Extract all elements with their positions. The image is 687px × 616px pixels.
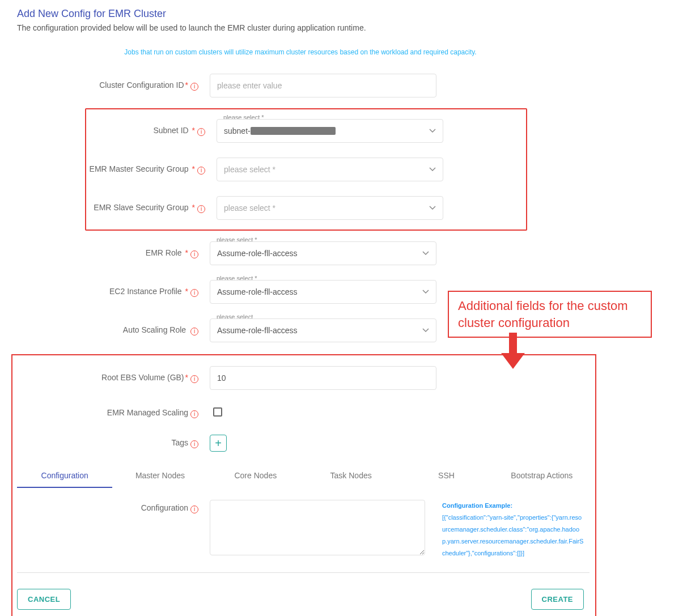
configuration-example: Configuration Example: [{"classification… bbox=[442, 500, 584, 559]
required-marker: * bbox=[192, 164, 195, 173]
chevron-down-icon bbox=[429, 167, 436, 172]
form-buttons: CANCEL CREATE bbox=[17, 589, 584, 610]
tab-configuration[interactable]: Configuration bbox=[17, 464, 112, 488]
label-emr-master-sg: EMR Master Security Group *i bbox=[24, 164, 217, 175]
info-icon[interactable]: i bbox=[190, 375, 198, 383]
chevron-down-icon bbox=[422, 251, 429, 256]
row-emr-role: EMR Role *i please select * Assume-role-… bbox=[17, 234, 670, 273]
label-emr-slave-sg: EMR Slave Security Group *i bbox=[24, 203, 217, 213]
tab-master-nodes[interactable]: Master Nodes bbox=[112, 464, 207, 488]
required-marker: * bbox=[185, 373, 188, 382]
label-auto-scaling-role: Auto Scaling Role i bbox=[17, 325, 210, 335]
chevron-down-icon bbox=[422, 290, 429, 294]
required-marker: * bbox=[192, 203, 195, 212]
info-icon[interactable]: i bbox=[190, 440, 198, 448]
info-icon[interactable]: i bbox=[190, 83, 198, 91]
required-marker: * bbox=[185, 248, 188, 257]
chevron-down-icon bbox=[422, 328, 429, 333]
tab-task-nodes[interactable]: Task Nodes bbox=[303, 464, 398, 488]
redacted-value bbox=[251, 127, 336, 135]
label-configuration: Configurationi bbox=[17, 500, 210, 513]
row-root-ebs: Root EBS Volume (GB)*i bbox=[17, 359, 591, 397]
row-emr-master-sg: EMR Master Security Group *i please sele… bbox=[24, 150, 526, 189]
row-emr-slave-sg: EMR Slave Security Group *i please selec… bbox=[24, 189, 526, 227]
configuration-textarea[interactable] bbox=[210, 500, 425, 555]
page-title: Add New Config for EMR Cluster bbox=[17, 8, 670, 20]
info-icon[interactable]: i bbox=[197, 167, 205, 175]
label-emr-managed-scaling: EMR Managed Scalingi bbox=[17, 408, 210, 418]
annotation-callout: Additional fields for the custom cluster… bbox=[448, 291, 652, 338]
config-tabs: Configuration Master Nodes Core Nodes Ta… bbox=[17, 464, 590, 488]
subnet-id-select[interactable]: subnet- bbox=[217, 119, 443, 143]
cancel-button[interactable]: CANCEL bbox=[17, 589, 71, 610]
add-tag-button[interactable]: + bbox=[210, 435, 227, 452]
create-button[interactable]: CREATE bbox=[531, 589, 584, 610]
info-icon[interactable]: i bbox=[190, 410, 198, 418]
chevron-down-icon bbox=[429, 129, 436, 133]
label-subnet-id: Subnet ID *i bbox=[24, 126, 217, 136]
label-cluster-config-id: Cluster Configuration ID*i bbox=[17, 80, 210, 91]
required-marker: * bbox=[185, 80, 188, 90]
highlight-network-group: Subnet ID *i please select * subnet- EMR… bbox=[85, 108, 527, 231]
row-subnet-id: Subnet ID *i please select * subnet- bbox=[24, 112, 526, 150]
emr-master-sg-select[interactable]: please select * bbox=[217, 158, 443, 181]
page-subtitle: The configuration provided below will be… bbox=[17, 23, 670, 32]
emr-role-select[interactable]: Assume-role-fll-access bbox=[210, 241, 436, 265]
label-root-ebs: Root EBS Volume (GB)*i bbox=[17, 373, 210, 383]
highlight-additional-fields: Root EBS Volume (GB)*i EMR Managed Scali… bbox=[11, 354, 596, 616]
info-icon[interactable]: i bbox=[197, 205, 205, 213]
example-body: [{"classification":"yarn-site","properti… bbox=[442, 512, 584, 559]
auto-scaling-role-select[interactable]: Assume-role-fll-access bbox=[210, 318, 436, 342]
info-icon[interactable]: i bbox=[190, 328, 198, 335]
svg-rect-0 bbox=[509, 333, 517, 353]
info-icon[interactable]: i bbox=[190, 289, 198, 297]
info-icon[interactable]: i bbox=[197, 128, 205, 136]
subnet-value-prefix: subnet- bbox=[224, 126, 251, 135]
info-icon[interactable]: i bbox=[190, 250, 198, 258]
chevron-down-icon bbox=[429, 206, 436, 210]
emr-slave-sg-select[interactable]: please select * bbox=[217, 196, 443, 220]
ec2-profile-select[interactable]: Assume-role-fll-access bbox=[210, 280, 436, 304]
row-configuration: Configurationi Configuration Example: [{… bbox=[17, 488, 590, 573]
tab-core-nodes[interactable]: Core Nodes bbox=[208, 464, 303, 488]
required-marker: * bbox=[185, 287, 188, 296]
required-marker: * bbox=[192, 126, 195, 135]
tab-ssh[interactable]: SSH bbox=[398, 464, 494, 488]
cluster-config-id-input[interactable] bbox=[210, 74, 436, 97]
example-header: Configuration Example: bbox=[442, 500, 584, 512]
row-emr-managed-scaling: EMR Managed Scalingi bbox=[17, 397, 591, 429]
label-ec2-profile: EC2 Instance Profile *i bbox=[17, 287, 210, 297]
row-cluster-config-id: Cluster Configuration ID*i bbox=[17, 66, 670, 105]
workload-notice: Jobs that run on custom clusters will ut… bbox=[79, 48, 521, 66]
label-emr-role: EMR Role *i bbox=[17, 248, 210, 258]
label-tags: Tagsi bbox=[17, 438, 210, 448]
row-tags: Tagsi + bbox=[17, 429, 591, 457]
emr-managed-scaling-checkbox[interactable] bbox=[213, 407, 222, 417]
info-icon[interactable]: i bbox=[190, 505, 198, 513]
tab-bootstrap-actions[interactable]: Bootstrap Actions bbox=[494, 464, 590, 488]
root-ebs-input[interactable] bbox=[210, 366, 436, 390]
